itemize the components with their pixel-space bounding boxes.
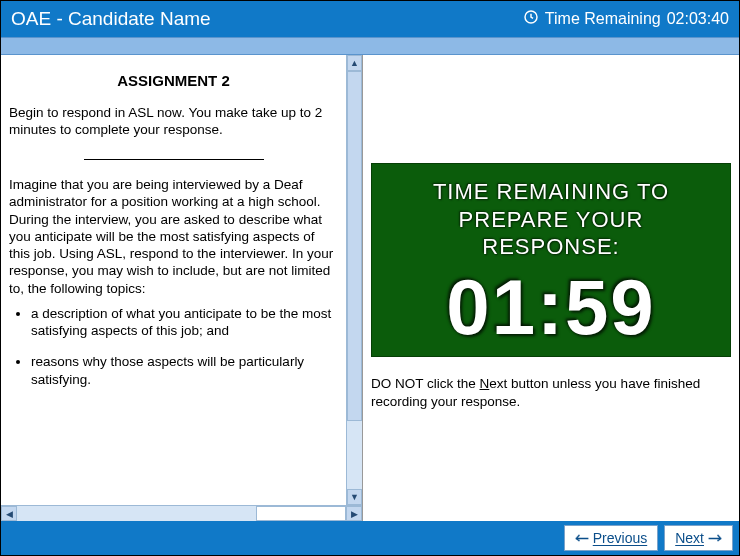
scroll-down-arrow-icon[interactable]: ▼: [347, 489, 362, 505]
timer-label-line: RESPONSE:: [482, 234, 619, 259]
scroll-thumb[interactable]: [256, 506, 346, 521]
assignment-heading: ASSIGNMENT 2: [9, 71, 338, 90]
header-bar: OAE - Candidate Name Time Remaining 02:0…: [1, 1, 739, 37]
assignment-panel: ASSIGNMENT 2 Begin to respond in ASL now…: [1, 55, 363, 521]
scroll-thumb[interactable]: [347, 71, 362, 421]
assignment-scenario: Imagine that you are being interviewed b…: [9, 176, 338, 297]
list-item: a description of what you anticipate to …: [31, 305, 338, 340]
warning-text-segment: ext: [489, 376, 507, 391]
time-remaining: Time Remaining 02:03:40: [523, 9, 729, 29]
response-timer-value: 01:59: [380, 267, 722, 349]
warning-text: DO NOT click the Next button unless you …: [371, 375, 731, 410]
warning-text-segment: N: [480, 376, 490, 391]
assignment-intro: Begin to respond in ASL now. You make ta…: [9, 104, 338, 139]
assignment-bullets: a description of what you anticipate to …: [9, 305, 338, 388]
scroll-right-arrow-icon[interactable]: ▶: [346, 506, 362, 521]
horizontal-scrollbar[interactable]: ◀ ▶: [1, 505, 362, 521]
next-button[interactable]: Next 🡒: [664, 525, 733, 551]
scroll-left-arrow-icon[interactable]: ◀: [1, 506, 17, 521]
response-timer-box: TIME REMAINING TO PREPARE YOUR RESPONSE:…: [371, 163, 731, 357]
clock-icon: [523, 9, 539, 29]
time-remaining-value: 02:03:40: [667, 10, 729, 28]
timer-label-line: PREPARE YOUR: [459, 207, 644, 232]
time-remaining-label: Time Remaining: [545, 10, 661, 28]
scroll-track[interactable]: [17, 506, 346, 521]
divider: [9, 147, 338, 164]
sub-header-bar: [1, 37, 739, 55]
main-content: ASSIGNMENT 2 Begin to respond in ASL now…: [1, 55, 739, 521]
footer-bar: 🡐 Previous Next 🡒: [1, 521, 739, 555]
scroll-up-arrow-icon[interactable]: ▲: [347, 55, 362, 71]
vertical-scrollbar[interactable]: ▲ ▼: [346, 55, 362, 505]
scroll-track[interactable]: [347, 71, 362, 489]
previous-button-label: Previous: [593, 530, 647, 546]
next-button-label: Next: [675, 530, 704, 546]
arrow-right-icon: 🡒: [708, 530, 722, 546]
response-panel: TIME REMAINING TO PREPARE YOUR RESPONSE:…: [363, 55, 739, 521]
response-timer-label: TIME REMAINING TO PREPARE YOUR RESPONSE:: [380, 178, 722, 261]
list-item: reasons why those aspects will be partic…: [31, 353, 338, 388]
arrow-left-icon: 🡐: [575, 530, 589, 546]
timer-label-line: TIME REMAINING TO: [433, 179, 669, 204]
warning-text-segment: DO NOT click the: [371, 376, 480, 391]
assignment-text: ASSIGNMENT 2 Begin to respond in ASL now…: [1, 55, 346, 505]
page-title: OAE - Candidate Name: [11, 8, 211, 30]
previous-button[interactable]: 🡐 Previous: [564, 525, 658, 551]
